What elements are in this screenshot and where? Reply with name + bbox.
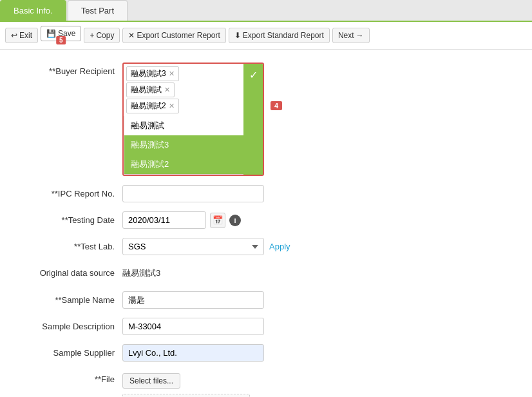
tag-1: 融易測試 ✕ (126, 82, 175, 97)
sample-supplier-row: Sample Supplier (19, 344, 513, 362)
apply-link[interactable]: Apply (269, 242, 290, 251)
save-badge: 5 (56, 36, 66, 44)
export-standard-button[interactable]: ⬇ Export Standard Report (229, 28, 330, 43)
ipc-report-label: *IPC Report No. (19, 185, 122, 198)
tag-label-0: 融易測試3 (131, 68, 166, 79)
sample-description-label: Sample Description (19, 318, 122, 331)
copy-label: Copy (96, 31, 114, 40)
export-standard-icon: ⬇ (234, 31, 241, 40)
form-content: *Buyer Recipient 融易測試3 ✕ 融易測試 ✕ 融易測試2 ✕ (0, 50, 532, 397)
original-data-source-row: Original data source 融易測試3 (19, 264, 513, 282)
checkmark-area (243, 64, 263, 175)
test-lab-wrapper: SGS Intertek BV Apply (122, 238, 290, 255)
export-customer-button[interactable]: ✕ Export Customer Report (122, 28, 225, 43)
dropdown-option-0[interactable]: 融易測試 (124, 116, 262, 135)
buyer-recipient-control: 融易測試3 ✕ 融易測試 ✕ 融易測試2 ✕ 融易測試 融易測試3 (122, 63, 264, 176)
exit-label: Exit (19, 31, 32, 40)
export-customer-label: Export Customer Report (137, 31, 220, 40)
file-section: Select files... PDF Adobe M-33004_SDS.pd… (122, 373, 250, 397)
original-data-source-value: 融易測試3 (122, 264, 160, 282)
save-icon: 💾 (46, 29, 56, 38)
tag-2: 融易測試2 ✕ (126, 99, 179, 113)
sample-supplier-label: Sample Supplier (19, 344, 122, 358)
test-lab-row: *Test Lab. SGS Intertek BV Apply (19, 238, 513, 255)
sample-supplier-input[interactable] (122, 344, 264, 362)
copy-icon: + (90, 31, 94, 40)
tab-test-part[interactable]: Test Part (68, 0, 128, 21)
testing-date-input[interactable] (122, 211, 206, 229)
tag-label-2: 融易測試2 (131, 101, 166, 111)
calendar-icon[interactable]: 📅 (210, 213, 225, 228)
next-label: Next (338, 31, 354, 40)
export-customer-icon: ✕ (128, 31, 135, 40)
buyer-recipient-row: *Buyer Recipient 融易測試3 ✕ 融易測試 ✕ 融易測試2 ✕ (19, 63, 513, 176)
tag-remove-2[interactable]: ✕ (169, 102, 175, 110)
file-drop-area[interactable]: PDF Adobe M-33004_SDS.pdf 0.00 MB ✕ (122, 394, 250, 397)
ipc-report-row: *IPC Report No. (19, 185, 513, 202)
date-row: 📅 i (122, 211, 241, 229)
copy-button[interactable]: + Copy (84, 28, 120, 43)
sample-name-input[interactable] (122, 291, 264, 309)
original-data-source-label: Original data source (19, 264, 122, 278)
dropdown-option-2[interactable]: 融易測試2 (124, 155, 262, 174)
exit-button[interactable]: ↩ Exit (5, 28, 38, 43)
file-select-button[interactable]: Select files... (122, 373, 180, 389)
testing-date-label: *Testing Date (19, 211, 122, 225)
selected-tags: 融易測試3 ✕ 融易測試 ✕ 融易測試2 ✕ (124, 64, 263, 116)
test-lab-label: *Test Lab. (19, 238, 122, 251)
toolbar: ↩ Exit 💾 Save 5 + Copy ✕ Export Customer… (0, 22, 532, 50)
badge-4: 4 (271, 101, 282, 110)
testing-date-row: *Testing Date 📅 i (19, 211, 513, 229)
test-lab-select[interactable]: SGS Intertek BV (122, 238, 264, 255)
buyer-recipient-multiselect[interactable]: 融易測試3 ✕ 融易測試 ✕ 融易測試2 ✕ 融易測試 融易測試3 (122, 63, 264, 176)
dropdown-option-1[interactable]: 融易測試3 (124, 135, 262, 155)
tabs-bar: Basic Info. Test Part (0, 0, 532, 22)
tag-remove-0[interactable]: ✕ (169, 70, 175, 78)
save-button[interactable]: 💾 Save 5 (41, 26, 81, 41)
sample-name-row: *Sample Name (19, 291, 513, 309)
dropdown-options: 融易測試 融易測試3 融易測試2 (124, 116, 263, 175)
buyer-recipient-label: *Buyer Recipient (19, 63, 122, 76)
sample-description-input[interactable] (122, 318, 264, 335)
tag-0: 融易測試3 ✕ (126, 66, 179, 81)
sample-description-row: Sample Description (19, 318, 513, 335)
tag-label-1: 融易測試 (131, 84, 162, 95)
exit-icon: ↩ (11, 31, 17, 40)
next-button[interactable]: Next → (332, 28, 370, 43)
sample-name-label: *Sample Name (19, 291, 122, 305)
tag-remove-1[interactable]: ✕ (164, 86, 170, 94)
file-row: *File Select files... PDF Adobe M-33004_… (19, 371, 513, 397)
tab-basic-info[interactable]: Basic Info. (0, 0, 66, 21)
next-icon: → (356, 31, 364, 40)
ipc-report-input[interactable] (122, 185, 264, 202)
export-standard-label: Export Standard Report (243, 31, 324, 40)
info-icon[interactable]: i (229, 215, 241, 226)
file-label: *File (19, 371, 122, 384)
